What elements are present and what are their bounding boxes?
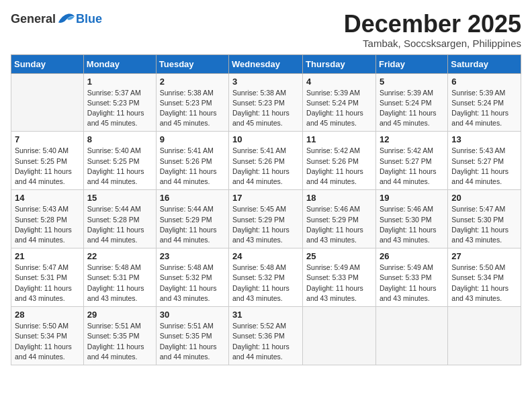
day-info: Sunrise: 5:47 AM Sunset: 5:30 PM Dayligh… [451,204,517,245]
day-number: 13 [451,134,517,144]
logo-bird-icon [57,11,76,27]
day-info: Sunrise: 5:51 AM Sunset: 5:35 PM Dayligh… [87,321,152,362]
day-info: Sunrise: 5:40 AM Sunset: 5:25 PM Dayligh… [15,146,80,187]
calendar-cell: 19Sunrise: 5:46 AM Sunset: 5:30 PM Dayli… [375,190,447,248]
location-text: Tambak, Soccsksargen, Philippines [344,38,521,49]
calendar-cell [303,307,376,365]
day-number: 23 [160,251,225,261]
calendar-cell: 21Sunrise: 5:47 AM Sunset: 5:31 PM Dayli… [11,248,84,307]
day-info: Sunrise: 5:44 AM Sunset: 5:28 PM Dayligh… [87,204,152,245]
logo: General Blue [11,11,102,27]
calendar-cell: 11Sunrise: 5:42 AM Sunset: 5:26 PM Dayli… [303,132,376,190]
day-info: Sunrise: 5:47 AM Sunset: 5:31 PM Dayligh… [15,263,80,304]
calendar-cell: 20Sunrise: 5:47 AM Sunset: 5:30 PM Dayli… [448,190,521,248]
calendar-cell: 15Sunrise: 5:44 AM Sunset: 5:28 PM Dayli… [83,190,156,248]
month-title: December 2025 [344,11,521,38]
day-number: 6 [451,77,517,87]
title-block: December 2025 Tambak, Soccsksargen, Phil… [344,11,521,49]
calendar-header-row: SundayMondayTuesdayWednesdayThursdayFrid… [11,54,521,73]
day-number: 20 [451,193,517,203]
calendar-cell: 22Sunrise: 5:48 AM Sunset: 5:31 PM Dayli… [83,248,156,307]
page-header: General Blue December 2025 Tambak, Soccs… [11,11,521,49]
day-number: 24 [232,251,299,261]
calendar-cell: 30Sunrise: 5:51 AM Sunset: 5:35 PM Dayli… [156,307,228,365]
calendar-cell: 5Sunrise: 5:39 AM Sunset: 5:24 PM Daylig… [375,73,447,132]
day-number: 19 [380,193,444,203]
calendar-cell: 16Sunrise: 5:44 AM Sunset: 5:29 PM Dayli… [156,190,228,248]
calendar-cell: 14Sunrise: 5:43 AM Sunset: 5:28 PM Dayli… [11,190,84,248]
day-info: Sunrise: 5:49 AM Sunset: 5:33 PM Dayligh… [306,263,372,304]
header-saturday: Saturday [448,54,521,73]
calendar-cell: 13Sunrise: 5:43 AM Sunset: 5:27 PM Dayli… [448,132,521,190]
day-info: Sunrise: 5:39 AM Sunset: 5:24 PM Dayligh… [306,88,372,129]
calendar-week-5: 28Sunrise: 5:50 AM Sunset: 5:34 PM Dayli… [11,307,521,365]
calendar-cell: 26Sunrise: 5:49 AM Sunset: 5:33 PM Dayli… [375,248,447,307]
day-number: 2 [160,77,225,87]
day-number: 17 [232,193,299,203]
day-info: Sunrise: 5:42 AM Sunset: 5:27 PM Dayligh… [380,146,444,187]
calendar-cell: 4Sunrise: 5:39 AM Sunset: 5:24 PM Daylig… [303,73,376,132]
day-number: 18 [306,193,372,203]
calendar-cell: 25Sunrise: 5:49 AM Sunset: 5:33 PM Dayli… [303,248,376,307]
day-info: Sunrise: 5:44 AM Sunset: 5:29 PM Dayligh… [160,204,225,245]
header-sunday: Sunday [11,54,84,73]
calendar-cell: 27Sunrise: 5:50 AM Sunset: 5:34 PM Dayli… [448,248,521,307]
day-info: Sunrise: 5:39 AM Sunset: 5:24 PM Dayligh… [451,88,517,129]
day-info: Sunrise: 5:48 AM Sunset: 5:32 PM Dayligh… [160,263,225,304]
day-info: Sunrise: 5:38 AM Sunset: 5:23 PM Dayligh… [160,88,225,129]
day-number: 15 [87,193,152,203]
calendar-cell [448,307,521,365]
calendar-cell: 3Sunrise: 5:38 AM Sunset: 5:23 PM Daylig… [229,73,303,132]
day-number: 31 [232,310,299,320]
calendar-week-2: 7Sunrise: 5:40 AM Sunset: 5:25 PM Daylig… [11,132,521,190]
day-number: 3 [232,77,299,87]
day-info: Sunrise: 5:46 AM Sunset: 5:29 PM Dayligh… [306,204,372,245]
calendar-week-3: 14Sunrise: 5:43 AM Sunset: 5:28 PM Dayli… [11,190,521,248]
day-number: 30 [160,310,225,320]
calendar-cell: 28Sunrise: 5:50 AM Sunset: 5:34 PM Dayli… [11,307,84,365]
calendar-cell: 10Sunrise: 5:41 AM Sunset: 5:26 PM Dayli… [229,132,303,190]
day-info: Sunrise: 5:41 AM Sunset: 5:26 PM Dayligh… [232,146,299,187]
day-number: 29 [87,310,152,320]
day-info: Sunrise: 5:43 AM Sunset: 5:27 PM Dayligh… [451,146,517,187]
calendar-cell: 17Sunrise: 5:45 AM Sunset: 5:29 PM Dayli… [229,190,303,248]
calendar-cell: 12Sunrise: 5:42 AM Sunset: 5:27 PM Dayli… [375,132,447,190]
calendar-cell: 31Sunrise: 5:52 AM Sunset: 5:36 PM Dayli… [229,307,303,365]
day-number: 5 [380,77,444,87]
day-number: 7 [15,134,80,144]
calendar-week-1: 1Sunrise: 5:37 AM Sunset: 5:23 PM Daylig… [11,73,521,132]
day-info: Sunrise: 5:49 AM Sunset: 5:33 PM Dayligh… [380,263,444,304]
calendar-cell [11,73,84,132]
calendar-cell: 1Sunrise: 5:37 AM Sunset: 5:23 PM Daylig… [83,73,156,132]
calendar-cell: 6Sunrise: 5:39 AM Sunset: 5:24 PM Daylig… [448,73,521,132]
logo-general-text: General [11,12,56,26]
calendar-week-4: 21Sunrise: 5:47 AM Sunset: 5:31 PM Dayli… [11,248,521,307]
day-number: 22 [87,251,152,261]
calendar-cell: 9Sunrise: 5:41 AM Sunset: 5:26 PM Daylig… [156,132,228,190]
calendar-cell: 2Sunrise: 5:38 AM Sunset: 5:23 PM Daylig… [156,73,228,132]
day-number: 25 [306,251,372,261]
day-number: 21 [15,251,80,261]
day-info: Sunrise: 5:42 AM Sunset: 5:26 PM Dayligh… [306,146,372,187]
day-info: Sunrise: 5:51 AM Sunset: 5:35 PM Dayligh… [160,321,225,362]
day-info: Sunrise: 5:39 AM Sunset: 5:24 PM Dayligh… [380,88,444,129]
calendar-cell: 29Sunrise: 5:51 AM Sunset: 5:35 PM Dayli… [83,307,156,365]
day-info: Sunrise: 5:38 AM Sunset: 5:23 PM Dayligh… [232,88,299,129]
header-monday: Monday [83,54,156,73]
day-number: 11 [306,134,372,144]
day-info: Sunrise: 5:48 AM Sunset: 5:31 PM Dayligh… [87,263,152,304]
calendar-cell: 18Sunrise: 5:46 AM Sunset: 5:29 PM Dayli… [303,190,376,248]
day-info: Sunrise: 5:43 AM Sunset: 5:28 PM Dayligh… [15,204,80,245]
day-number: 14 [15,193,80,203]
header-wednesday: Wednesday [229,54,303,73]
day-info: Sunrise: 5:50 AM Sunset: 5:34 PM Dayligh… [15,321,80,362]
day-info: Sunrise: 5:48 AM Sunset: 5:32 PM Dayligh… [232,263,299,304]
header-tuesday: Tuesday [156,54,228,73]
day-info: Sunrise: 5:50 AM Sunset: 5:34 PM Dayligh… [451,263,517,304]
day-number: 1 [87,77,152,87]
calendar-table: SundayMondayTuesdayWednesdayThursdayFrid… [11,54,521,365]
logo-blue-text: Blue [76,12,102,26]
day-info: Sunrise: 5:40 AM Sunset: 5:25 PM Dayligh… [87,146,152,187]
day-number: 12 [380,134,444,144]
day-number: 8 [87,134,152,144]
